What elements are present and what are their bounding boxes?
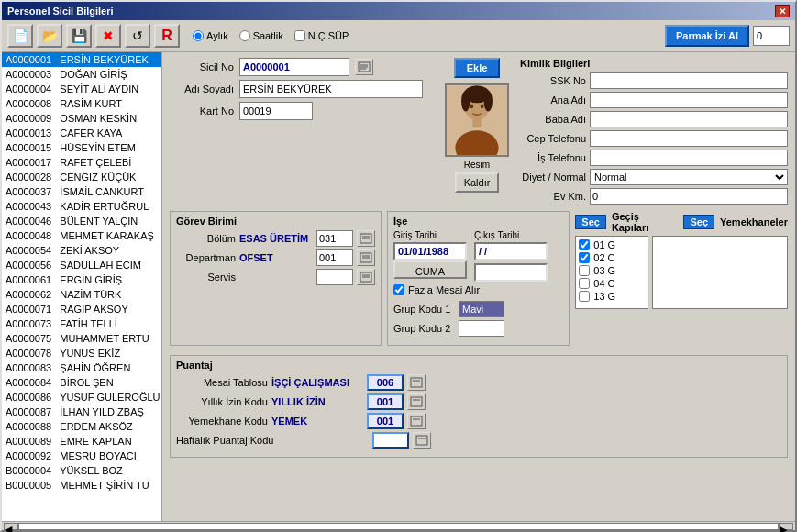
scroll-right-button[interactable]: ▶: [779, 523, 793, 530]
yemekhane-kodu-search-button[interactable]: [407, 413, 426, 429]
baba-adi-input[interactable]: [590, 111, 788, 127]
fazla-mesai-row: Fazla Mesai Alır: [393, 284, 563, 295]
gecis-02c-label: 02 C: [593, 252, 614, 263]
list-item[interactable]: A0000075 MUHAMMET ERTU: [2, 331, 161, 346]
list-item[interactable]: A0000084 BİROL ŞEN: [2, 375, 161, 390]
bolum-code-input[interactable]: [316, 230, 353, 247]
saatlik-radio-label[interactable]: Saatlik: [239, 30, 283, 41]
list-item[interactable]: A0000054 ZEKİ AKSOY: [2, 243, 161, 258]
open-button[interactable]: 📂: [37, 24, 62, 48]
list-item[interactable]: A0000013 CAFER KAYA: [2, 126, 161, 140]
sicil-no-input[interactable]: [239, 58, 349, 76]
cuma-button[interactable]: CUMA: [393, 260, 467, 279]
yemekhane-sec-button[interactable]: Seç: [683, 215, 714, 229]
list-item[interactable]: A0000028 CENGİZ KÜÇÜK: [2, 170, 161, 184]
mesai-tablosu-value: İŞÇİ ÇALIŞMASI: [271, 377, 363, 388]
title-bar: Personel Sicil Bilgileri ✕: [2, 2, 795, 20]
bolum-search-button[interactable]: [357, 230, 375, 247]
grup-kodu2-input[interactable]: [459, 320, 504, 337]
servis-search-button[interactable]: [357, 269, 375, 285]
list-item[interactable]: A0000009 OSMAN KESKİN: [2, 111, 161, 126]
ncsup-checkbox[interactable]: [294, 30, 305, 41]
list-item[interactable]: A0000001 ERSİN BEKYÜREK: [2, 52, 161, 67]
departman-value: OFSET: [239, 252, 313, 263]
ncsup-checkbox-label[interactable]: N.Ç.SÜP: [294, 30, 349, 41]
list-item[interactable]: A0000015 HÜSEYİN ETEM: [2, 140, 161, 155]
list-item[interactable]: A0000092 MESRU BOYACI: [2, 449, 161, 463]
kaldir-button[interactable]: Kaldır: [455, 172, 500, 193]
aylik-radio-label[interactable]: Aylık: [193, 30, 228, 41]
adi-soyadi-input[interactable]: [239, 80, 423, 98]
gecis-01g-checkbox[interactable]: [579, 239, 590, 250]
list-item[interactable]: A0000046 BÜLENT YALÇIN: [2, 214, 161, 228]
diyet-normal-select[interactable]: Normal Diyet: [590, 169, 788, 185]
list-item[interactable]: A0000086 YUSUF GÜLEROĞLU: [2, 390, 161, 405]
cep-telefonu-row: Cep Telefonu: [520, 130, 788, 147]
ekle-button[interactable]: Ekle: [454, 58, 501, 78]
cikis-extra-input[interactable]: [474, 263, 548, 282]
list-item[interactable]: A0000089 EMRE KAPLAN: [2, 434, 161, 449]
list-item[interactable]: A0000004 SEYİT ALİ AYDIN: [2, 82, 161, 96]
gecis-sec-button[interactable]: Seç: [575, 215, 606, 229]
list-item[interactable]: A0000062 NAZİM TÜRK: [2, 287, 161, 302]
list-item[interactable]: A0000073 FATİH TELLİ: [2, 316, 161, 331]
departman-search-button[interactable]: [357, 249, 375, 266]
giris-tarihi-input[interactable]: [393, 242, 467, 260]
gecis-03g-checkbox[interactable]: [579, 265, 590, 276]
fazla-mesai-checkbox[interactable]: [393, 284, 404, 295]
list-item[interactable]: B0000004 YÜKSEL BOZ: [2, 463, 161, 478]
yemekhane-title: Yemekhaneler: [720, 216, 788, 227]
yemekhane-kodu-code-input[interactable]: [367, 413, 404, 429]
list-item[interactable]: A0000017 RAFET ÇELEBİ: [2, 155, 161, 170]
sicil-search-button[interactable]: [355, 59, 373, 75]
saatlik-radio[interactable]: [239, 30, 250, 41]
list-item[interactable]: A0000037 İSMAİL CANKURT: [2, 184, 161, 199]
parmak-input[interactable]: [753, 26, 790, 46]
servis-code-input[interactable]: [316, 269, 353, 285]
aylik-radio[interactable]: [193, 30, 204, 41]
list-item[interactable]: A0000087 İLHAN YILDIZBAŞ: [2, 405, 161, 419]
cep-telefonu-input[interactable]: [590, 130, 788, 147]
scroll-left-button[interactable]: ◀: [4, 523, 18, 530]
list-item[interactable]: A0000088 ERDEM AKSÖZ: [2, 419, 161, 434]
haftalik-puantaj-code-input[interactable]: [372, 432, 409, 449]
gecis-04c-checkbox[interactable]: [579, 278, 590, 289]
haftalik-puantaj-search-button[interactable]: [413, 432, 431, 449]
save-button[interactable]: 💾: [66, 24, 92, 48]
delete-button[interactable]: ✖: [95, 24, 121, 48]
ana-adi-input[interactable]: [590, 92, 788, 108]
list-item[interactable]: B0000005 MEHMET ŞİRİN TU: [2, 478, 161, 493]
gecis-02c-checkbox[interactable]: [579, 252, 590, 263]
list-item[interactable]: A0000056 SADULLAH ECİM: [2, 258, 161, 272]
list-item[interactable]: A0000008 RASİM KURT: [2, 96, 161, 111]
list-item[interactable]: A0000071 RAGIP AKSOY: [2, 302, 161, 316]
photo-section: Ekle: [445, 58, 509, 207]
parmak-izi-button[interactable]: Parmak İzi Al: [665, 25, 749, 47]
logo-button[interactable]: R: [154, 24, 180, 48]
departman-code-input[interactable]: [316, 249, 353, 266]
kart-no-input[interactable]: [239, 102, 313, 120]
list-item[interactable]: A0000043 KADİR ERTUĞRUL: [2, 199, 161, 214]
list-item[interactable]: A0000078 YUNUS EKİZ: [2, 346, 161, 360]
cikis-tarihi-input[interactable]: [474, 242, 548, 260]
list-item[interactable]: A0000048 MEHMET KARAKAŞ: [2, 228, 161, 243]
gorev-birimi-title: Görev Birimi: [176, 216, 375, 227]
is-telefonu-input[interactable]: [590, 150, 788, 166]
close-button[interactable]: ✕: [775, 5, 790, 17]
grup-kodu1-input[interactable]: [459, 301, 504, 317]
mesai-tablosu-code-input[interactable]: [367, 374, 404, 391]
new-button[interactable]: 📄: [7, 24, 33, 48]
yillik-izin-search-button[interactable]: [407, 393, 426, 410]
refresh-button[interactable]: ↺: [125, 24, 150, 48]
ev-km-input[interactable]: [590, 188, 788, 205]
yemekhane-kodu-label: Yemekhane Kodu: [176, 416, 268, 427]
list-item[interactable]: A0000003 DOĞAN GİRİŞ: [2, 67, 161, 82]
yillik-izin-code-input[interactable]: [367, 393, 404, 410]
mesai-tablosu-search-button[interactable]: [407, 374, 426, 391]
list-item[interactable]: A0000083 ŞAHİN ÖĞREN: [2, 360, 161, 375]
ise-title: İşe: [393, 216, 563, 227]
list-item[interactable]: A0000061 ERGİN GİRİŞ: [2, 272, 161, 287]
gecis-list: 01 G 02 C 03 G: [575, 236, 648, 309]
gecis-13g-checkbox[interactable]: [579, 291, 590, 302]
ssk-no-input[interactable]: [590, 72, 788, 89]
